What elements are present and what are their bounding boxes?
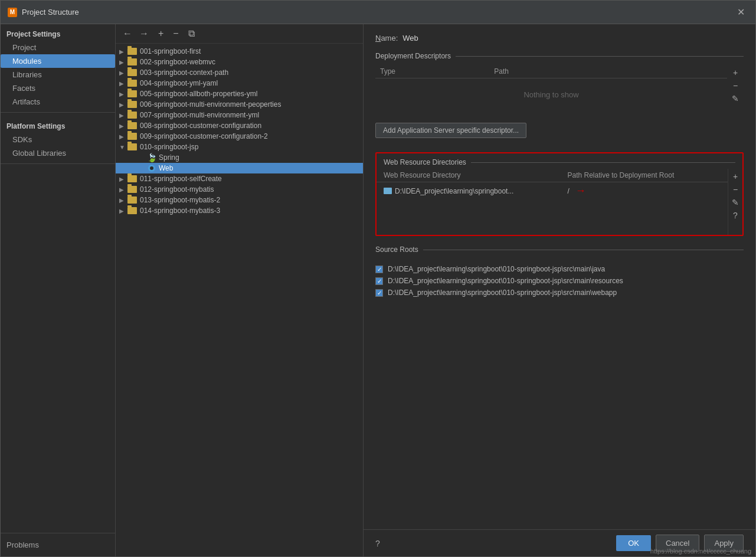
folder-icon	[127, 90, 137, 97]
title-bar-left: M Project Structure	[8, 8, 79, 17]
expand-arrow: ▶	[119, 112, 127, 119]
tree-item-005[interactable]: ▶ 005-springboot-allboth-properties-yml	[116, 89, 363, 99]
source-roots-section: Source Roots ✓ D:\IDEA_project\learning\…	[364, 236, 755, 313]
sidebar-item-project[interactable]: Project	[1, 41, 115, 54]
tree-item-012[interactable]: ▶ 012-springboot-mybatis	[116, 184, 363, 195]
tree-item-010[interactable]: ▼ 010-springboot-jsp	[116, 142, 363, 152]
edit-web-resource-btn[interactable]: ✎	[731, 197, 740, 208]
tree-item-013[interactable]: ▶ 013-springboot-mybatis-2	[116, 195, 363, 205]
tree-item-009[interactable]: ▶ 009-springboot-customer-configuration-…	[116, 131, 363, 142]
web-resource-header: Web Resource Directories	[377, 153, 742, 169]
tree-item-008[interactable]: ▶ 008-springboot-customer-configuration	[116, 120, 363, 131]
sidebar-bottom: Problems	[1, 533, 115, 556]
tree-item-011[interactable]: ▶ 011-springboot-selfCreate	[116, 173, 363, 184]
help-web-resource-btn[interactable]: ?	[732, 210, 739, 221]
web-dir-col1: D:\IDEA_project\learning\springboot...	[384, 187, 567, 195]
help-button[interactable]: ?	[375, 539, 380, 548]
expand-arrow: ▶	[119, 208, 127, 214]
web-resource-table-header: Web Resource Directory Path Relative to …	[377, 169, 728, 182]
folder-icon	[127, 101, 137, 108]
add-server-btn[interactable]: Add Application Server specific descript…	[375, 123, 526, 138]
dialog-title: Project Structure	[22, 8, 79, 17]
section-line-3	[423, 250, 744, 250]
tree-item-003[interactable]: ▶ 003-springboot-context-path	[116, 67, 363, 78]
expand-arrow: ▶	[119, 59, 127, 65]
name-row: Name: Web	[375, 34, 744, 42]
tree-item-004[interactable]: ▶ 004-springboot-yml-yaml	[116, 78, 363, 89]
col-type: Type	[380, 67, 494, 76]
expand-arrow: ▶	[119, 197, 127, 204]
source-root-item-1: ✓ D:\IDEA_project\learning\springboot\01…	[375, 275, 744, 287]
name-value: Web	[402, 34, 418, 42]
expand-arrow: ▼	[119, 144, 127, 150]
web-resource-row[interactable]: D:\IDEA_project\learning\springboot... /…	[377, 182, 728, 199]
web-resource-section: Web Resource Directories Web Resource Di…	[375, 152, 744, 236]
red-arrow-annotation: →	[575, 185, 586, 197]
sidebar-item-facets[interactable]: Facets	[1, 81, 115, 95]
edit-descriptor-btn[interactable]: ✎	[731, 93, 740, 104]
expand-arrow: ▶	[119, 176, 127, 182]
folder-icon	[127, 122, 137, 129]
tree-item-001[interactable]: ▶ 001-springboot-first	[116, 46, 363, 57]
dir-icon	[384, 188, 392, 194]
deployment-table-header: Type Path	[375, 65, 727, 78]
deployment-table-main: Type Path Nothing to show	[375, 65, 727, 111]
source-root-checkbox-1[interactable]: ✓	[375, 277, 383, 285]
expand-arrow: ▶	[119, 186, 127, 193]
add-server-container: Add Application Server specific descript…	[375, 116, 744, 145]
web-resource-title: Web Resource Directories	[384, 158, 466, 166]
source-root-item-2: ✓ D:\IDEA_project\learning\springboot\01…	[375, 287, 744, 299]
sidebar-item-problems[interactable]: Problems	[6, 538, 109, 552]
app-icon: M	[8, 8, 17, 17]
sidebar-item-artifacts[interactable]: Artifacts	[1, 95, 115, 109]
expand-arrow: ▶	[119, 123, 127, 129]
deployment-section-header: Deployment Descriptors	[375, 52, 744, 60]
web-leaf-icon	[148, 164, 156, 172]
deployment-empty: Nothing to show	[375, 78, 727, 111]
add-descriptor-btn[interactable]: +	[731, 67, 740, 78]
tree-item-014[interactable]: ▶ 014-springboot-mybatis-3	[116, 205, 363, 216]
back-button[interactable]: ←	[120, 28, 135, 40]
folder-icon	[127, 58, 137, 65]
wrt-col1: Web Resource Directory	[384, 171, 567, 179]
wrt-col2: Path Relative to Deployment Root	[567, 171, 721, 179]
tree-item-002[interactable]: ▶ 002-springboot-webmvc	[116, 57, 363, 67]
tree-item-010-web[interactable]: Web	[116, 163, 363, 173]
tree-container: ▶ 001-springboot-first ▶ 002-springboot-…	[116, 44, 363, 556]
deployment-table: Type Path Nothing to show + − ✎	[375, 65, 744, 111]
expand-arrow: ▶	[119, 91, 127, 97]
ok-button[interactable]: OK	[616, 535, 651, 551]
folder-icon	[127, 207, 137, 214]
tree-toolbar: ← → + − ⧉	[116, 24, 363, 44]
tree-item-006[interactable]: ▶ 006-springboot-multi-environment-peope…	[116, 99, 363, 110]
copy-button[interactable]: ⧉	[186, 28, 197, 40]
title-bar: M Project Structure ✕	[1, 1, 755, 24]
project-settings-title: Project Settings	[1, 24, 115, 41]
section-line	[456, 56, 744, 57]
folder-icon	[127, 69, 137, 76]
sidebar-item-modules[interactable]: Modules	[1, 54, 115, 68]
svg-point-1	[150, 166, 153, 170]
source-root-item-0: ✓ D:\IDEA_project\learning\springboot\01…	[375, 263, 744, 275]
spring-leaf-icon: 🍃	[148, 153, 156, 162]
sidebar-item-libraries[interactable]: Libraries	[1, 68, 115, 81]
add-web-resource-btn[interactable]: +	[732, 171, 739, 182]
remove-button[interactable]: −	[171, 28, 181, 40]
forward-button[interactable]: →	[137, 28, 151, 40]
web-resource-rows: Web Resource Directory Path Relative to …	[377, 169, 728, 235]
close-button[interactable]: ✕	[734, 5, 748, 19]
source-roots-header: Source Roots	[375, 245, 744, 254]
remove-web-resource-btn[interactable]: −	[732, 184, 739, 195]
add-button[interactable]: +	[156, 28, 166, 40]
folder-icon	[127, 175, 137, 182]
sidebar-item-sdks[interactable]: SDKs	[1, 133, 115, 146]
folder-icon	[127, 112, 137, 119]
tree-item-007[interactable]: ▶ 007-springboot-multi-environment-yml	[116, 110, 363, 120]
tree-item-010-spring[interactable]: 🍃 Spring	[116, 152, 363, 163]
source-root-checkbox-2[interactable]: ✓	[375, 289, 383, 297]
sidebar-item-global-libraries[interactable]: Global Libraries	[1, 146, 115, 160]
web-dir-col2: / →	[567, 185, 721, 197]
source-root-checkbox-0[interactable]: ✓	[375, 266, 383, 273]
remove-descriptor-btn[interactable]: −	[731, 80, 740, 91]
folder-icon	[127, 80, 137, 87]
